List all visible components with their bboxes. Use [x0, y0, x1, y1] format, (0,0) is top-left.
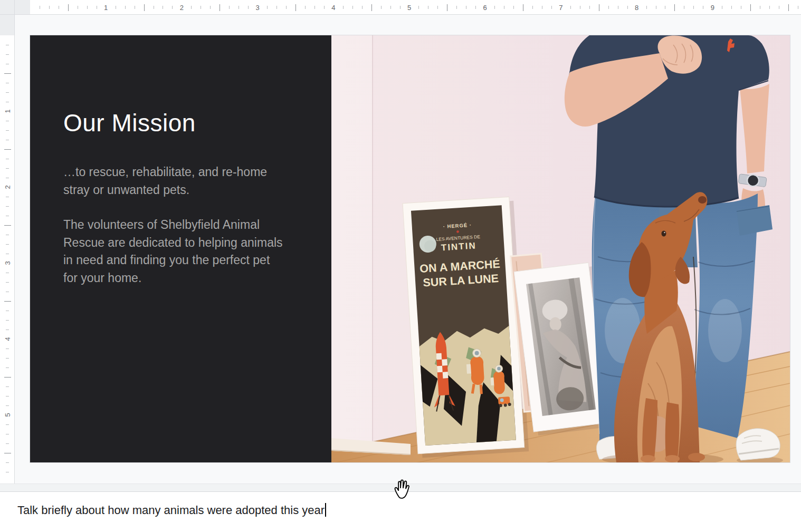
slide-canvas[interactable]: Our Mission …to rescue, rehabilitate, an… [30, 35, 790, 462]
slide-photo[interactable]: · HERGÉ · LES AVENTURES DE TINTIN ON A M… [331, 35, 790, 462]
v-ruler-number: 3 [4, 261, 11, 265]
h-ruler-number: 3 [255, 4, 259, 11]
slide-title[interactable]: Our Mission [63, 109, 284, 137]
slide-body-paragraph-2[interactable]: The volunteers of Shelbyfield Animal Res… [63, 216, 284, 287]
v-ruler-number: 4 [4, 337, 11, 341]
v-ruler-number: 2 [4, 185, 11, 189]
h-ruler-number: 2 [180, 4, 184, 11]
speaker-notes-panel[interactable]: Talk briefly about how many animals were… [0, 492, 801, 532]
h-ruler-number: 7 [559, 4, 562, 11]
mission-text-panel[interactable]: Our Mission …to rescue, rehabilitate, an… [30, 35, 331, 462]
v-ruler-number: 1 [4, 109, 11, 113]
ruler-corner [0, 0, 15, 15]
slide-body-paragraph-1[interactable]: …to rescue, rehabilitate, and re-home st… [63, 163, 284, 199]
h-ruler-number: 8 [635, 4, 638, 11]
horizontal-ruler[interactable]: 123456789 [15, 0, 801, 15]
h-ruler-number: 9 [711, 4, 714, 11]
h-ruler-number: 4 [331, 4, 335, 11]
h-ruler-number: 5 [407, 4, 411, 11]
h-ruler-number: 1 [104, 4, 108, 11]
photo-illustration: · HERGÉ · LES AVENTURES DE TINTIN ON A M… [331, 35, 790, 462]
vertical-ruler-margin [0, 15, 14, 35]
v-ruler-number: 5 [4, 413, 11, 417]
vertical-ruler[interactable]: 12345 [0, 15, 15, 483]
horizontal-ruler-margin [15, 0, 30, 14]
h-ruler-number: 6 [483, 4, 487, 11]
speaker-notes-text[interactable]: Talk briefly about how many animals were… [17, 503, 326, 517]
presentation-editor: 123456789 12345 Our Mission …to rescue, … [0, 0, 801, 532]
notes-resize-handle[interactable] [0, 483, 801, 492]
text-caret [325, 503, 326, 517]
